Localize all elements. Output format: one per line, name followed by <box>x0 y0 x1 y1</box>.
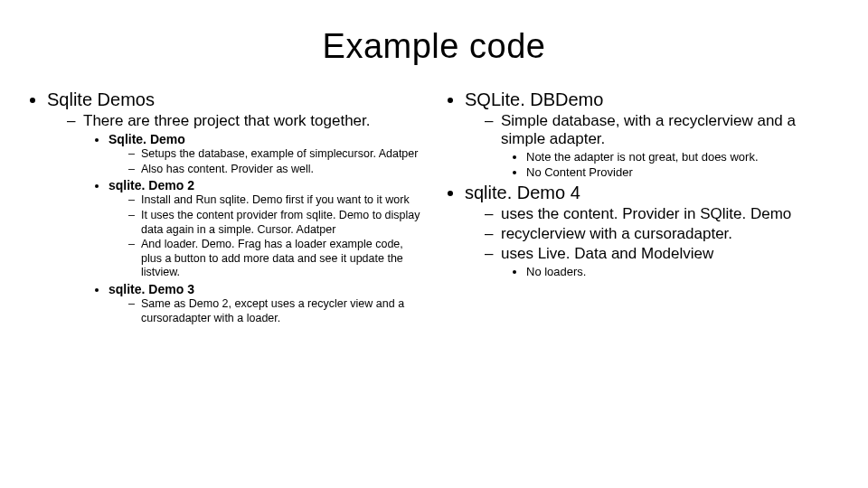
columns: Sqlite Demos There are three project tha… <box>27 88 841 329</box>
left-item-0-name: Sqlite. Demo <box>108 132 185 146</box>
right-block-1-sub-0: uses the content. Provider in SQlite. De… <box>488 205 841 223</box>
right-column: SQLite. DBDemo Simple database, with a r… <box>445 88 841 329</box>
left-sub-text: There are three project that work togeth… <box>83 112 371 129</box>
left-item-1-detail-0: Install and Run sqlite. Demo first if yo… <box>130 193 423 208</box>
right-block-1-sub-2-text: uses Live. Data and Modelview <box>501 245 713 262</box>
right-block-1-sub-1: recyclerview with a cursoradapter. <box>488 225 841 243</box>
right-block-0-sub-text: Simple database, with a recyclerview and… <box>501 112 796 147</box>
slide: Example code Sqlite Demos There are thre… <box>0 0 868 488</box>
left-sub: There are three project that work togeth… <box>71 112 423 325</box>
left-item-0-detail-0: Setups the database, example of simplecu… <box>130 147 423 162</box>
left-item-1-detail-2: And loader. Demo. Frag has a loader exam… <box>130 238 423 280</box>
right-block-0-note-1: No Content Provider <box>526 165 841 179</box>
left-item-1-detail-1: It uses the content provider from sqlite… <box>130 209 423 237</box>
right-block-0-note-0: Note the adapter is not great, but does … <box>526 150 841 164</box>
left-item-0: Sqlite. Demo Setups the database, exampl… <box>108 132 423 176</box>
right-block-1: sqlite. Demo 4 uses the content. Provide… <box>465 183 841 278</box>
right-block-0: SQLite. DBDemo Simple database, with a r… <box>465 89 841 179</box>
right-block-1-sub-2: uses Live. Data and Modelview No loaders… <box>488 245 841 278</box>
right-block-0-sub: Simple database, with a recyclerview and… <box>488 112 841 179</box>
right-block-0-heading: SQLite. DBDemo <box>465 89 603 109</box>
left-item-2-name: sqlite. Demo 3 <box>108 282 194 296</box>
left-column: Sqlite Demos There are three project tha… <box>27 88 423 329</box>
right-block-1-heading: sqlite. Demo 4 <box>465 183 580 202</box>
left-item-2-detail-0: Same as Demo 2, except uses a recycler v… <box>130 297 423 325</box>
slide-title: Example code <box>27 27 841 66</box>
left-item-0-detail-1: Also has content. Provider as well. <box>130 163 423 177</box>
right-block-1-note-0: No loaders. <box>526 265 841 278</box>
left-heading-text: Sqlite Demos <box>47 89 155 109</box>
left-item-2: sqlite. Demo 3 Same as Demo 2, except us… <box>108 282 423 325</box>
left-item-1: sqlite. Demo 2 Install and Run sqlite. D… <box>108 178 423 280</box>
left-item-1-name: sqlite. Demo 2 <box>108 178 194 192</box>
left-heading: Sqlite Demos There are three project tha… <box>47 89 423 325</box>
